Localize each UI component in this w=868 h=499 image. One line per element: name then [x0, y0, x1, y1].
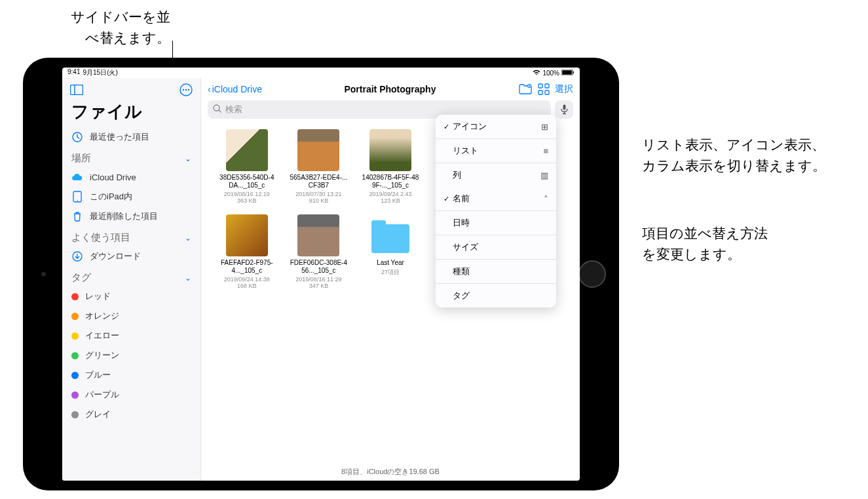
main-header: ‹ iCloud Drive Portrait Photography 選択 [201, 78, 580, 100]
svg-rect-21 [563, 105, 565, 110]
sidebar-label: オレンジ [85, 310, 119, 322]
chevron-down-icon: ⌄ [185, 273, 191, 283]
sidebar-item-tag-4[interactable]: ブルー [62, 365, 200, 385]
svg-rect-15 [538, 84, 542, 88]
wifi-icon [533, 70, 540, 77]
sidebar-item-tag-1[interactable]: オレンジ [62, 306, 200, 326]
sidebar-label: 最近使った項目 [90, 131, 149, 143]
sidebar-label: イエロー [85, 330, 119, 342]
file-name: FAEFAFD2-F975-4..._105_c [217, 259, 276, 275]
battery-icon [561, 70, 575, 77]
status-time: 9:41 [67, 68, 80, 77]
chevron-down-icon: ⌄ [185, 233, 191, 243]
popover-sort-1[interactable]: 日時 [436, 211, 556, 235]
file-name: 565A3B27-EDE4-...CF3B7 [289, 174, 348, 190]
view-mode-icon: ▥ [540, 170, 548, 180]
popover-sort-3[interactable]: 種類 [436, 260, 556, 284]
popover-sort-0[interactable]: ✓ 名前 ˄ [436, 187, 556, 211]
status-date: 9月15日(火) [83, 68, 117, 77]
popover-sort-2[interactable]: サイズ [436, 235, 556, 260]
sidebar-header-tags[interactable]: タグ ⌄ [62, 266, 200, 287]
main-content: ‹ iCloud Drive Portrait Photography 選択 [201, 78, 580, 481]
sidebar-label: グレイ [85, 409, 111, 420]
file-item-0[interactable]: 38DE5356-540D-4DA..._105_c 2019/08/16 12… [214, 129, 280, 204]
file-item-3[interactable]: FAEFAFD2-F975-4..._105_c 2019/09/24 14:3… [214, 214, 280, 289]
svg-point-7 [185, 89, 187, 90]
popover-label: 日時 [453, 217, 548, 229]
new-folder-icon[interactable] [518, 82, 533, 96]
tag-dot-icon [71, 372, 79, 379]
sidebar-label: 最近削除した項目 [90, 210, 158, 222]
file-item-2[interactable]: 1402867B-4F5F-489F-..._105_c 2019/09/24 … [358, 129, 423, 204]
mic-button[interactable] [555, 100, 573, 119]
sidebar-item-location-2[interactable]: 最近削除した項目 [62, 207, 200, 226]
check-icon: ✓ [443, 123, 453, 131]
sidebar-item-recents[interactable]: 最近使った項目 [62, 127, 200, 147]
sidebar-label: パープル [85, 389, 119, 401]
view-sort-popover: ✓ アイコン ⊞ リスト ≡ 列 ▥ ✓ 名前 ˄ 日時 サイズ 種類 タグ [436, 115, 556, 308]
battery-percent: 100% [542, 70, 559, 77]
sidebar-label: レッド [85, 290, 111, 302]
sidebar-item-tag-0[interactable]: レッド [62, 287, 200, 306]
chevron-left-icon: ‹ [208, 84, 211, 94]
popover-view-2[interactable]: 列 ▥ [436, 163, 556, 187]
chevron-down-icon: ⌄ [185, 154, 191, 163]
sort-dir-icon: ˄ [544, 194, 548, 204]
file-date: 2019/08/16 11:29 [295, 276, 341, 283]
cloud-icon [71, 171, 83, 183]
check-icon: ✓ [443, 195, 453, 203]
file-item-4[interactable]: FDEF06DC-308E-456..._105_c 2019/08/16 11… [286, 214, 352, 289]
sidebar-item-tag-5[interactable]: パープル [62, 385, 200, 405]
callout-sidebar-sort: サイドバーを並 べ替えます。 [59, 7, 170, 48]
tag-dot-icon [71, 332, 79, 340]
svg-point-8 [188, 89, 189, 90]
sidebar-title: ファイル [62, 100, 200, 127]
popover-label: 名前 [453, 193, 544, 205]
sidebar: ファイル 最近使った項目 場所 ⌄ iCloud Drive このiPad内 最… [62, 78, 201, 481]
select-button[interactable]: 選択 [555, 83, 573, 95]
search-icon [213, 104, 221, 115]
callout-view-switch: リスト表示、アイコン表示、 カラム表示を切り替えます。 [642, 134, 826, 176]
ipad-frame: 9:41 9月15日(火) 100% [23, 58, 619, 490]
file-date: 2019/08/16 12:19 [224, 191, 270, 197]
svg-rect-2 [573, 71, 574, 73]
ipad-icon [71, 191, 83, 203]
svg-point-11 [77, 200, 78, 201]
back-button[interactable]: ‹ iCloud Drive [208, 84, 262, 94]
sidebar-toggle-icon[interactable] [69, 82, 85, 98]
sidebar-item-tag-3[interactable]: グリーン [62, 346, 200, 365]
home-button[interactable] [578, 260, 606, 288]
svg-line-20 [219, 110, 221, 112]
sidebar-label: ダウンロード [90, 250, 141, 262]
sidebar-label: ブルー [85, 369, 111, 381]
popover-label: 列 [453, 169, 540, 181]
sidebar-label: このiPad内 [90, 191, 132, 203]
sidebar-item-tag-2[interactable]: イエロー [62, 326, 200, 346]
popover-label: 種類 [453, 266, 548, 277]
sidebar-header-locations[interactable]: 場所 ⌄ [62, 147, 200, 167]
popover-view-0[interactable]: ✓ アイコン ⊞ [436, 115, 556, 139]
camera-dot [41, 272, 46, 277]
file-size: 347 KB [309, 283, 329, 289]
svg-point-6 [183, 89, 184, 90]
trash-icon [71, 210, 83, 222]
sidebar-item-location-1[interactable]: このiPad内 [62, 187, 200, 207]
tag-dot-icon [71, 352, 79, 359]
file-date: 2019/09/24 2:43 [369, 191, 411, 197]
sidebar-item-favorite-0[interactable]: ダウンロード [62, 247, 200, 266]
sidebar-item-location-0[interactable]: iCloud Drive [62, 167, 200, 187]
more-icon[interactable] [178, 82, 194, 98]
file-item-1[interactable]: 565A3B27-EDE4-...CF3B7 2018/07/30 13:21 … [286, 129, 352, 204]
sidebar-header-favorites[interactable]: よく使う項目 ⌄ [62, 226, 200, 247]
footer-status: 8項目、iCloudの空き19.68 GB [201, 463, 580, 481]
view-grid-icon[interactable] [537, 82, 551, 96]
tag-dot-icon [71, 293, 79, 300]
popover-label: タグ [453, 290, 548, 302]
status-bar: 9:41 9月15日(火) 100% [62, 68, 580, 78]
file-item-5[interactable]: Last Year 27項目 [358, 214, 423, 289]
sidebar-item-tag-6[interactable]: グレイ [62, 405, 200, 424]
file-date: 2018/07/30 13:21 [295, 191, 341, 197]
popover-sort-4[interactable]: タグ [436, 284, 556, 308]
popover-view-1[interactable]: リスト ≡ [436, 139, 556, 163]
view-mode-icon: ≡ [543, 146, 548, 156]
